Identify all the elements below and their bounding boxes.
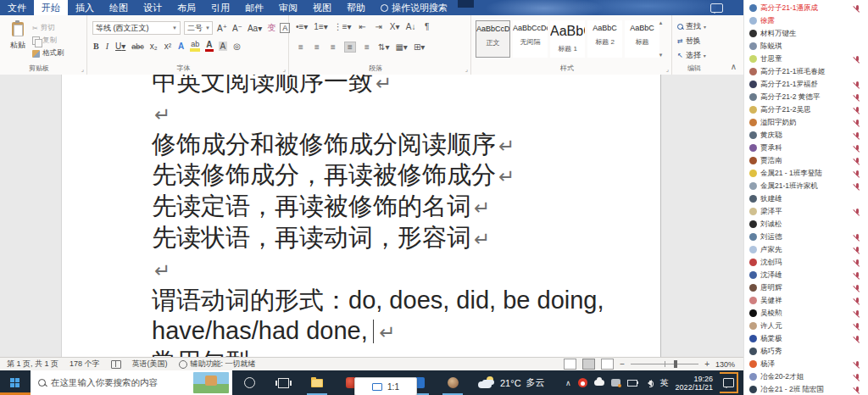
- mic-muted-icon[interactable]: [854, 271, 861, 280]
- participant-row[interactable]: 甘思童: [744, 53, 868, 65]
- participant-row[interactable]: 高分子21-1班毛春姬: [744, 65, 868, 78]
- page-indicator[interactable]: 第 1 页, 共 1 页: [7, 359, 58, 370]
- subscript-button[interactable]: x₂: [149, 42, 159, 51]
- participant-row[interactable]: 梁泽平: [744, 205, 868, 218]
- zoom-out-button[interactable]: −: [620, 359, 625, 369]
- increase-indent-button[interactable]: ⇥: [374, 22, 384, 31]
- participant-row[interactable]: 冶金20-2才姐: [744, 370, 868, 383]
- participant-row[interactable]: 吴健祥: [744, 294, 868, 307]
- ime-indicator[interactable]: 英: [660, 377, 669, 389]
- speaker-icon[interactable]: [644, 380, 652, 387]
- ribbon-tab[interactable]: 绘图: [102, 0, 136, 15]
- taskbar-search[interactable]: 在这里输入你要搜索的内容: [31, 370, 232, 395]
- participant-row[interactable]: 陈蜕琪: [744, 40, 868, 53]
- participant-row[interactable]: 杨泽: [744, 358, 868, 370]
- participant-row[interactable]: 沈创玛: [744, 256, 868, 269]
- ribbon-tab[interactable]: 开始: [34, 0, 68, 15]
- select-button[interactable]: ↖选择▾: [677, 50, 706, 61]
- styles-dialog-launcher[interactable]: ⌟: [666, 66, 669, 73]
- participant-row[interactable]: 溢阳宇奶奶: [744, 116, 868, 129]
- participant-row[interactable]: 贾承科: [744, 142, 868, 154]
- mic-muted-icon[interactable]: [854, 386, 861, 394]
- participant-row[interactable]: 狄建雄: [744, 192, 868, 205]
- style-card[interactable]: AaBbC 标题: [625, 20, 659, 58]
- replace-button[interactable]: ⇄替换: [677, 36, 706, 47]
- document-line[interactable]: have/has/had done,↵: [152, 315, 607, 347]
- capture-tray-icon[interactable]: [611, 379, 620, 387]
- align-center-button[interactable]: ≡: [312, 42, 322, 52]
- ribbon-tab[interactable]: 文件: [0, 0, 34, 15]
- numbered-list-button[interactable]: 1≡▾: [314, 22, 327, 31]
- participant-row[interactable]: 金属21-1班许家机: [744, 180, 868, 192]
- document-line[interactable]: 谓语动词的形式：do, does, did, be doing,: [152, 285, 607, 316]
- style-card[interactable]: AaBbCcDc 无间隔: [513, 20, 548, 58]
- font-size-select[interactable]: 二号▼: [184, 21, 213, 35]
- participant-row[interactable]: 黄庆聪: [744, 129, 868, 142]
- ribbon-tab[interactable]: 布局: [170, 0, 203, 15]
- read-mode-button[interactable]: [564, 359, 576, 370]
- mic-muted-icon[interactable]: [854, 309, 861, 318]
- ribbon-tab[interactable]: 操作说明搜索: [373, 0, 455, 15]
- character-shading-button[interactable]: A: [219, 42, 228, 51]
- participant-row[interactable]: 高分子21-1潘原成: [744, 2, 868, 14]
- decrease-indent-button[interactable]: ⇤: [358, 22, 368, 31]
- font-dialog-launcher[interactable]: ⌟: [283, 66, 286, 73]
- participant-row[interactable]: 卢家先: [744, 243, 868, 256]
- participant-row[interactable]: 冶金21 - 2班 陆宏国: [744, 383, 868, 395]
- participant-row[interactable]: 贾浩南: [744, 154, 868, 167]
- document-line[interactable]: ↵: [152, 97, 607, 129]
- mic-muted-icon[interactable]: [854, 106, 861, 114]
- change-case-button[interactable]: Aa▾: [247, 24, 263, 33]
- language-indicator[interactable]: 英语(美国): [132, 359, 168, 370]
- format-painter-button[interactable]: 格式刷: [32, 48, 64, 58]
- shading-button[interactable]: ▦▾: [395, 42, 407, 52]
- mic-muted-icon[interactable]: [854, 297, 861, 305]
- participant-row[interactable]: 高分子21-1罗福舒: [744, 78, 868, 91]
- multilevel-list-button[interactable]: ⋮≡▾: [334, 22, 352, 31]
- mic-muted-icon[interactable]: [854, 246, 861, 254]
- participant-row[interactable]: 刘运德: [744, 231, 868, 243]
- paste-button[interactable]: 粘贴: [5, 22, 31, 63]
- document-canvas[interactable]: 中英文阅读顺序一致↵ ↵ 修饰成分和被修饰成分阅读顺序↵ 先读修饰成分，再读被修…: [0, 75, 743, 357]
- justify-button[interactable]: ≡: [344, 42, 356, 53]
- zoom-slider[interactable]: [631, 364, 698, 364]
- file-explorer-button[interactable]: [300, 370, 334, 395]
- document-line[interactable]: 中英文阅读顺序一致↵: [152, 75, 607, 97]
- document-line[interactable]: ↵: [152, 253, 607, 285]
- document-line[interactable]: 常用句型：↵: [152, 347, 607, 357]
- style-gallery-scroll[interactable]: ▲▼: [657, 20, 665, 58]
- ribbon-tab[interactable]: 帮助: [339, 0, 373, 15]
- ribbon-tab[interactable]: 插入: [68, 0, 102, 15]
- qq-tray-icon[interactable]: [578, 378, 587, 387]
- paragraph-dialog-launcher[interactable]: ⌟: [465, 66, 468, 73]
- cloud-tray-icon[interactable]: [594, 380, 604, 386]
- enclose-character-button[interactable]: ◎: [232, 42, 242, 51]
- clipboard-dialog-launcher[interactable]: ⌟: [81, 66, 84, 73]
- mic-muted-icon[interactable]: [854, 373, 861, 381]
- app-brown-button[interactable]: [436, 370, 470, 395]
- participant-row[interactable]: 许人元: [744, 320, 868, 332]
- participant-list[interactable]: 高分子21-1潘原成 徐露 材料万键生 陈蜕琪 甘思童 高分子21-1班毛春姬 …: [743, 0, 868, 395]
- mic-muted-icon[interactable]: [854, 119, 861, 127]
- align-right-button[interactable]: ≡: [328, 42, 338, 52]
- borders-button[interactable]: ⊞▾: [414, 42, 425, 52]
- bold-button[interactable]: B: [92, 42, 100, 51]
- document-line[interactable]: 先读定语，再读被修饰的名词↵: [152, 191, 607, 222]
- shrink-font-button[interactable]: A⁻: [231, 24, 243, 33]
- collapse-ribbon-button[interactable]: ∧: [731, 62, 737, 71]
- ribbon-tab[interactable]: 审阅: [271, 0, 305, 15]
- document-page[interactable]: 中英文阅读顺序一致↵ ↵ 修饰成分和被修饰成分阅读顺序↵ 先读修饰成分，再读被修…: [61, 75, 661, 357]
- style-card[interactable]: AaBbC 标题 2: [587, 20, 622, 58]
- mic-muted-icon[interactable]: [854, 93, 861, 102]
- participant-row[interactable]: 高分子21-2吴思: [744, 103, 868, 116]
- style-card[interactable]: AaBbCcDc 正文: [476, 20, 510, 58]
- participant-row[interactable]: 高分子21-2 黄德平: [744, 91, 868, 103]
- italic-button[interactable]: I: [105, 42, 109, 51]
- battery-icon[interactable]: [627, 380, 637, 387]
- mic-muted-icon[interactable]: [854, 360, 861, 369]
- participant-row[interactable]: 材料万键生: [744, 27, 868, 40]
- ribbon-tab[interactable]: 视图: [305, 0, 339, 15]
- mic-muted-icon[interactable]: [854, 55, 861, 64]
- mic-muted-icon[interactable]: [854, 81, 861, 89]
- phonetic-guide-button[interactable]: 变: [266, 22, 276, 34]
